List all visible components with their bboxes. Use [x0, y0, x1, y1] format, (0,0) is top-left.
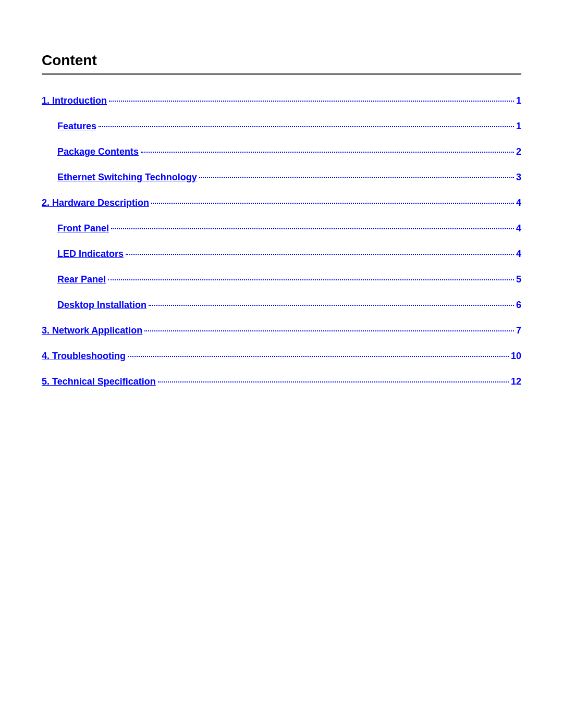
toc-page-ethernet-switching: 3	[516, 172, 521, 183]
toc-dots-front-panel	[111, 228, 514, 229]
toc-dots-technical-spec	[158, 381, 509, 382]
page-title: Content	[42, 52, 521, 69]
toc-item-technical-spec: 5. Technical Specification12	[42, 376, 521, 387]
toc-item-package-contents: Package Contents2	[42, 146, 521, 157]
toc-page-network-application: 7	[516, 325, 521, 336]
toc-item-ethernet-switching: Ethernet Switching Technology3	[42, 172, 521, 183]
toc-item-intro: 1. Introduction1	[42, 95, 521, 106]
toc-dots-hardware-desc	[151, 203, 514, 204]
toc-dots-package-contents	[141, 152, 514, 153]
toc-link-ethernet-switching[interactable]: Ethernet Switching Technology	[57, 172, 197, 183]
toc-page-rear-panel: 5	[516, 274, 521, 285]
toc-list: 1. Introduction1 Features1 Package Conte…	[42, 95, 521, 387]
toc-dots-intro	[109, 101, 514, 102]
toc-item-troubleshooting: 4. Troubleshooting10	[42, 351, 521, 362]
toc-item-front-panel: Front Panel4	[42, 223, 521, 234]
title-divider	[42, 73, 521, 75]
toc-item-led-indicators: LED Indicators4	[42, 249, 521, 260]
toc-link-technical-spec[interactable]: 5. Technical Specification	[42, 376, 156, 387]
toc-link-hardware-desc[interactable]: 2. Hardware Description	[42, 198, 149, 208]
toc-item-network-application: 3. Network Application7	[42, 325, 521, 336]
toc-link-network-application[interactable]: 3. Network Application	[42, 325, 142, 336]
page-container: Content 1. Introduction1 Features1 Packa…	[42, 31, 521, 387]
toc-link-intro[interactable]: 1. Introduction	[42, 95, 107, 106]
toc-page-package-contents: 2	[516, 146, 521, 157]
toc-page-features: 1	[516, 121, 521, 132]
toc-dots-features	[99, 126, 514, 127]
toc-page-hardware-desc: 4	[516, 198, 521, 208]
toc-page-troubleshooting: 10	[511, 351, 521, 362]
toc-page-led-indicators: 4	[516, 249, 521, 260]
toc-link-rear-panel[interactable]: Rear Panel	[57, 274, 106, 285]
toc-link-features[interactable]: Features	[57, 121, 96, 132]
toc-link-troubleshooting[interactable]: 4. Troubleshooting	[42, 351, 126, 362]
toc-dots-led-indicators	[126, 254, 514, 255]
toc-dots-ethernet-switching	[199, 177, 514, 178]
toc-dots-network-application	[144, 330, 514, 331]
toc-link-package-contents[interactable]: Package Contents	[57, 146, 139, 157]
toc-link-desktop-installation[interactable]: Desktop Installation	[57, 300, 146, 311]
toc-dots-rear-panel	[108, 279, 514, 280]
toc-item-rear-panel: Rear Panel5	[42, 274, 521, 285]
toc-dots-troubleshooting	[128, 356, 509, 357]
toc-page-front-panel: 4	[516, 223, 521, 234]
toc-item-desktop-installation: Desktop Installation6	[42, 300, 521, 311]
toc-page-desktop-installation: 6	[516, 300, 521, 311]
toc-item-hardware-desc: 2. Hardware Description4	[42, 198, 521, 208]
toc-page-intro: 1	[516, 95, 521, 106]
toc-link-front-panel[interactable]: Front Panel	[57, 223, 109, 234]
toc-item-features: Features1	[42, 121, 521, 132]
toc-page-technical-spec: 12	[511, 376, 521, 387]
toc-dots-desktop-installation	[149, 305, 514, 306]
toc-link-led-indicators[interactable]: LED Indicators	[57, 249, 124, 260]
